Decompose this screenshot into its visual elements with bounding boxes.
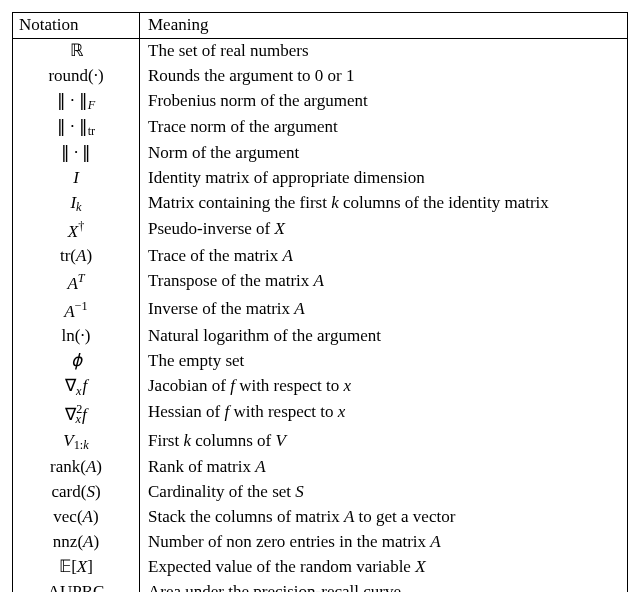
table-row: ∇x fJacobian of f with respect to x <box>13 374 628 400</box>
meaning-cell: Stack the columns of matrix A to get a v… <box>140 505 628 530</box>
notation-cell: I <box>13 166 140 191</box>
notation-cell: vec(A) <box>13 505 140 530</box>
table-row: ϕThe empty set <box>13 349 628 374</box>
meaning-cell: Identity matrix of appropriate dimension <box>140 166 628 191</box>
notation-cell: rank(A) <box>13 455 140 480</box>
notation-cell: V1:k <box>13 429 140 455</box>
notation-cell: ln(·) <box>13 324 140 349</box>
meaning-cell: Rank of matrix A <box>140 455 628 480</box>
table-row: A−1Inverse of the matrix A <box>13 297 628 325</box>
meaning-cell: Rounds the argument to 0 or 1 <box>140 64 628 89</box>
notation-cell: ‖ · ‖ <box>13 141 140 166</box>
meaning-cell: First k columns of V <box>140 429 628 455</box>
table-row: IIdentity matrix of appropriate dimensio… <box>13 166 628 191</box>
table-row: ℝThe set of real numbers <box>13 38 628 63</box>
notation-cell: AUPRC <box>13 580 140 593</box>
meaning-cell: The empty set <box>140 349 628 374</box>
meaning-cell: Frobenius norm of the argument <box>140 89 628 115</box>
meaning-cell: Number of non zero entries in the matrix… <box>140 530 628 555</box>
meaning-cell: Matrix containing the first k columns of… <box>140 191 628 217</box>
meaning-cell: Norm of the argument <box>140 141 628 166</box>
notation-cell: X† <box>13 217 140 245</box>
notation-cell: 𝔼[X] <box>13 555 140 580</box>
meaning-cell: Trace of the matrix A <box>140 244 628 269</box>
table-row: card(S)Cardinality of the set S <box>13 480 628 505</box>
meaning-cell: Trace norm of the argument <box>140 115 628 141</box>
notation-cell: tr(A) <box>13 244 140 269</box>
notation-cell: A−1 <box>13 297 140 325</box>
meaning-cell: Expected value of the random variable X <box>140 555 628 580</box>
table-row: ‖ · ‖Norm of the argument <box>13 141 628 166</box>
notation-cell: ∇2x f <box>13 400 140 429</box>
table-row: AUPRCArea under the precision-recall cur… <box>13 580 628 593</box>
notation-cell: ℝ <box>13 38 140 63</box>
header-meaning: Meaning <box>140 13 628 39</box>
table-row: ‖ · ‖trTrace norm of the argument <box>13 115 628 141</box>
table-header-row: Notation Meaning <box>13 13 628 39</box>
notation-cell: ∇x f <box>13 374 140 400</box>
meaning-cell: Cardinality of the set S <box>140 480 628 505</box>
table-row: IkMatrix containing the first k columns … <box>13 191 628 217</box>
table-row: vec(A)Stack the columns of matrix A to g… <box>13 505 628 530</box>
notation-cell: AT <box>13 269 140 297</box>
notation-cell: round(·) <box>13 64 140 89</box>
table-row: nnz(A)Number of non zero entries in the … <box>13 530 628 555</box>
table-row: ATTranspose of the matrix A <box>13 269 628 297</box>
notation-cell: ‖ · ‖F <box>13 89 140 115</box>
table-row: V1:kFirst k columns of V <box>13 429 628 455</box>
meaning-cell: Natural logarithm of the argument <box>140 324 628 349</box>
table-row: round(·)Rounds the argument to 0 or 1 <box>13 64 628 89</box>
table-row: ∇2x fHessian of f with respect to x <box>13 400 628 429</box>
table-row: X†Pseudo-inverse of X <box>13 217 628 245</box>
table-row: ln(·)Natural logarithm of the argument <box>13 324 628 349</box>
meaning-cell: Transpose of the matrix A <box>140 269 628 297</box>
table-row: ‖ · ‖FFrobenius norm of the argument <box>13 89 628 115</box>
header-notation: Notation <box>13 13 140 39</box>
table-row: 𝔼[X]Expected value of the random variabl… <box>13 555 628 580</box>
meaning-cell: Inverse of the matrix A <box>140 297 628 325</box>
meaning-cell: Area under the precision-recall curve <box>140 580 628 593</box>
notation-table: Notation Meaning ℝThe set of real number… <box>12 12 628 592</box>
notation-cell: card(S) <box>13 480 140 505</box>
notation-cell: nnz(A) <box>13 530 140 555</box>
table-row: tr(A)Trace of the matrix A <box>13 244 628 269</box>
meaning-cell: The set of real numbers <box>140 38 628 63</box>
notation-cell: ϕ <box>13 349 140 374</box>
table-row: rank(A)Rank of matrix A <box>13 455 628 480</box>
meaning-cell: Jacobian of f with respect to x <box>140 374 628 400</box>
notation-cell: ‖ · ‖tr <box>13 115 140 141</box>
meaning-cell: Pseudo-inverse of X <box>140 217 628 245</box>
notation-cell: Ik <box>13 191 140 217</box>
meaning-cell: Hessian of f with respect to x <box>140 400 628 429</box>
